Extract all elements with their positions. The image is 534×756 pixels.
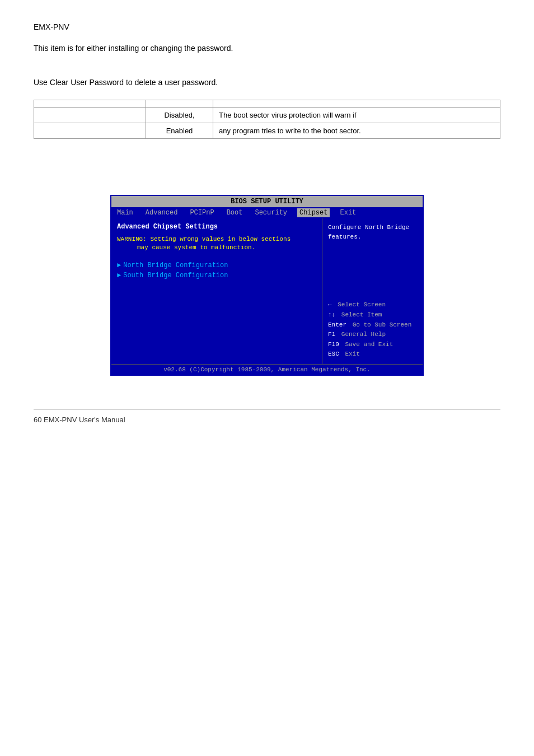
page-footer-text: 60 EMX-PNV User's Manual — [34, 416, 125, 424]
bios-menu-exit[interactable]: Exit — [338, 208, 358, 217]
table-cell — [146, 100, 213, 108]
bios-nav-desc-esc: Exit — [345, 351, 359, 357]
bios-footer: v02.68 (C)Copyright 1985-2009, American … — [111, 364, 423, 375]
bios-nav-desc-f1: General Help — [341, 331, 386, 338]
bios-option-north-label: North Bridge Configuration — [123, 262, 228, 269]
table-cell-enabled: Enabled — [146, 123, 213, 139]
table-row: Disabled, The boot sector virus protecti… — [34, 108, 500, 123]
table-cell-disabled: Disabled, — [146, 108, 213, 123]
bios-option-south-bridge[interactable]: ► South Bridge Configuration — [117, 272, 316, 279]
bios-nav-key-enter: Enter — [328, 321, 346, 328]
bios-nav-item-f1: F1 General Help — [328, 330, 417, 340]
bios-nav-help: ← Select Screen ↑↓ Select Item Enter Go … — [328, 300, 417, 360]
table-cell-desc2: any program tries to write to the boot s… — [213, 123, 500, 139]
bios-nav-item-screen: ← Select Screen — [328, 300, 417, 310]
bios-left-panel: Advanced Chipset Settings WARNING: Setti… — [111, 218, 322, 364]
settings-table: Disabled, The boot sector virus protecti… — [34, 100, 500, 139]
bios-warning-line2: may cause system to malfunction. — [117, 244, 255, 251]
bios-menu-bar[interactable]: Main Advanced PCIPnP Boot Security Chips… — [111, 207, 423, 218]
model-name: EMX-PNV — [34, 22, 500, 31]
bios-menu-main[interactable]: Main — [115, 208, 135, 217]
bios-option-north-bridge[interactable]: ► North Bridge Configuration — [117, 262, 316, 269]
page-footer: 60 EMX-PNV User's Manual — [34, 409, 500, 424]
bios-title: BIOS SETUP UTILITY — [231, 198, 303, 206]
bios-nav-item-esc: ESC Exit — [328, 349, 417, 360]
bios-menu-advanced[interactable]: Advanced — [143, 208, 180, 217]
bios-menu-chipset[interactable]: Chipset — [297, 208, 330, 217]
page-header: EMX-PNV — [34, 22, 500, 31]
bios-help-text: Configure North Bridge features. — [328, 223, 417, 241]
bios-nav-desc-screen: Select Screen — [338, 301, 386, 308]
bios-menu-boot[interactable]: Boot — [224, 208, 245, 217]
arrow-icon-south: ► — [117, 272, 121, 279]
bios-nav-key-esc: ESC — [328, 351, 339, 357]
arrow-icon-north: ► — [117, 262, 121, 269]
bios-nav-key-f10: F10 — [328, 341, 339, 348]
table-cell-desc1: The boot sector virus protection will wa… — [213, 108, 500, 123]
bios-warning-line1: WARNING: Setting wrong values in below s… — [117, 236, 291, 242]
bios-warning: WARNING: Setting wrong values in below s… — [117, 235, 316, 253]
bios-nav-item-f10: F10 Save and Exit — [328, 340, 417, 350]
bios-option-south-label: South Bridge Configuration — [123, 272, 228, 279]
table-cell — [34, 108, 146, 123]
bios-menu-security[interactable]: Security — [252, 208, 289, 217]
bios-right-panel: Configure North Bridge features. ← Selec… — [322, 218, 423, 364]
bios-nav-key-arrow: ← — [328, 301, 332, 308]
bios-menu-pcipnp[interactable]: PCIPnP — [188, 208, 216, 217]
bios-title-bar: BIOS SETUP UTILITY — [111, 196, 423, 207]
table-row: Enabled any program tries to write to th… — [34, 123, 500, 139]
bios-screen: BIOS SETUP UTILITY Main Advanced PCIPnP … — [110, 195, 424, 376]
table-cell — [213, 100, 500, 108]
description-2: Use Clear User Password to delete a user… — [34, 77, 500, 88]
description-1: This item is for either installing or ch… — [34, 43, 500, 54]
bios-nav-desc-item: Select Item — [341, 311, 382, 318]
bios-nav-item-item: ↑↓ Select Item — [328, 310, 417, 320]
table-cell — [34, 100, 146, 108]
bios-nav-key-updown: ↑↓ — [328, 311, 335, 318]
bios-section-title: Advanced Chipset Settings — [117, 223, 316, 231]
bios-footer-text: v02.68 (C)Copyright 1985-2009, American … — [163, 366, 371, 373]
bios-nav-desc-enter: Go to Sub Screen — [353, 321, 412, 328]
table-cell — [34, 123, 146, 139]
table-row — [34, 100, 500, 108]
bios-nav-desc-f10: Save and Exit — [345, 341, 393, 348]
bios-nav-key-f1: F1 — [328, 331, 335, 338]
bios-nav-item-enter: Enter Go to Sub Screen — [328, 320, 417, 330]
